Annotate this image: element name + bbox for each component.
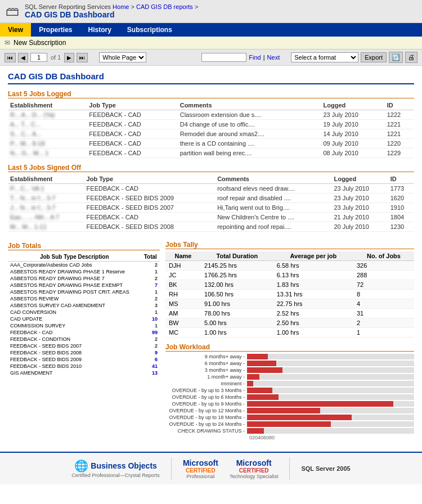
jobs-logged-table: Establishment Job Type Comments Logged I…: [8, 101, 414, 158]
cell-id-s: 1620: [388, 194, 414, 203]
table-row: ASBESTOS READY DRAWING PHASE 1 Reserve 1: [8, 268, 160, 275]
cell-establishment: P... M... 8-18: [8, 139, 87, 148]
cell-total: 2: [141, 336, 160, 343]
cell-avg: 2.50 hrs: [273, 318, 353, 328]
workload-bar: [247, 388, 272, 393]
cell-name: MC: [165, 328, 201, 338]
next-find-button[interactable]: Next: [267, 54, 280, 61]
workload-bar-container: [247, 381, 414, 386]
workload-bar: [247, 374, 259, 380]
col-comments-s: Comments: [215, 174, 331, 184]
table-row: J... N... in f... 3-7 FEEDBACK - SEED BI…: [8, 203, 414, 213]
tab-bar: View Properties History Subscriptions: [0, 23, 422, 37]
table-row: FEEDBACK - CAD 99: [8, 329, 160, 336]
workload-row-label: OVERDUE - by up to 6 Months -: [165, 394, 247, 400]
first-page-button[interactable]: ⏮: [5, 53, 16, 62]
breadcrumb: SQL Server Reporting Services Home > CAD…: [25, 3, 198, 10]
table-row: ASBESTOS READY DRAWING POST CRIT. AREAS …: [8, 289, 160, 295]
footer-ms-cert2: Microsoft CERTIFIED Technology Specialis…: [230, 458, 279, 479]
of-label: of 1: [51, 54, 61, 61]
cell-desc: FEEDBACK - CAD: [8, 329, 141, 336]
find-button[interactable]: Find: [249, 54, 261, 61]
ms-name-1: Microsoft: [183, 458, 218, 467]
page-size-select[interactable]: Whole Page Page Width 75% 50% 25% 10%: [99, 52, 146, 62]
header-text: SQL Server Reporting Services Home > CAD…: [25, 3, 198, 19]
cell-job-type: FEEDBACK - CAD: [87, 148, 177, 158]
workload-bar: [247, 367, 282, 373]
cell-total: 99: [141, 329, 160, 336]
cell-desc: ASBESTOS SURVEY CAD AMENDMENT: [8, 302, 141, 309]
cell-establishment-s: Eas... ... /Wr... A 7: [8, 213, 84, 222]
workload-title: Job Workload: [165, 343, 414, 352]
cell-establishment: S... C... A...: [8, 129, 87, 139]
table-row: ASBESTOS SURVEY CAD AMENDMENT 3: [8, 302, 160, 309]
cell-avg: 2.52 hrs: [273, 309, 353, 318]
cell-total: 13: [141, 370, 160, 376]
cell-logged: 09 July 2010: [321, 139, 385, 148]
cell-avg: 13.31 hrs: [273, 290, 353, 299]
workload-row: 9 months+ away -: [165, 354, 414, 359]
workload-bar: [247, 421, 331, 427]
cell-count: 2: [353, 318, 414, 328]
col-id-s: ID: [388, 174, 414, 184]
col-job-type: Job Type: [87, 101, 177, 110]
tab-view[interactable]: View: [0, 23, 31, 37]
workload-axis: 0 20 40 60 80: [249, 435, 414, 440]
cell-desc: GIS AMENDMENT: [8, 370, 141, 376]
tally-col-duration: Total Duration: [201, 251, 273, 261]
workload-row: 3 months+ away -: [165, 367, 414, 373]
workload-bar-container: [247, 374, 414, 380]
cell-job-type: FEEDBACK - CAD: [87, 120, 177, 129]
cell-name: BK: [165, 280, 201, 290]
cell-id: 1220: [385, 139, 414, 148]
workload-row-label: OVERDUE - by up to 18 Months -: [165, 415, 247, 420]
workload-row-label: 1 month+ away -: [165, 374, 247, 380]
export-button[interactable]: Export: [361, 52, 387, 62]
table-row: RH 106.50 hrs 13.31 hrs 8: [165, 290, 414, 299]
cell-avg: 1.00 hrs: [273, 328, 353, 338]
table-row: COMMISSION SURVEY 1: [8, 322, 160, 329]
tab-properties[interactable]: Properties: [31, 23, 80, 37]
refresh-button[interactable]: 🔃: [389, 52, 403, 63]
table-row: R... A... D... (Ya) FEEDBACK - CAD Class…: [8, 110, 414, 120]
breadcrumb-reports[interactable]: CAD GIS DB reports: [136, 3, 193, 10]
cell-desc: FEEDBACK - SEED BIDS 2009: [8, 356, 141, 363]
cell-desc: AAA_Corporate/Asbestos CAD Jobs: [8, 262, 141, 269]
cell-duration: 132.00 hrs: [201, 280, 273, 290]
cell-desc: ASBESTOS READY DRAWING PHASE EXEMPT: [8, 282, 141, 289]
format-select[interactable]: Select a format Excel PDF Word CSV: [291, 52, 358, 62]
cell-total: 41: [141, 363, 160, 370]
page-number-input[interactable]: [30, 53, 47, 62]
last-page-button[interactable]: ⏭: [77, 53, 88, 62]
workload-bar-container: [247, 388, 414, 393]
breadcrumb-home[interactable]: Home: [113, 3, 129, 10]
col-job-type-s: Job Type: [84, 174, 216, 184]
subscription-icon: ✉: [5, 39, 10, 47]
cell-duration: 91.00 hrs: [201, 299, 273, 309]
workload-bar-container: [247, 367, 414, 373]
cell-logged: 19 July 2010: [321, 120, 385, 129]
tab-history[interactable]: History: [80, 23, 119, 37]
cell-count: 326: [353, 261, 414, 271]
table-row: BW 5.00 hrs 2.50 hrs 2: [165, 318, 414, 328]
tab-subscriptions[interactable]: Subscriptions: [119, 23, 180, 37]
find-input[interactable]: [201, 53, 246, 62]
next-page-button[interactable]: ▶: [64, 53, 74, 62]
cell-logged-s: 23 July 2010: [331, 203, 388, 213]
table-row: FEEDBACK - CONDITION 2: [8, 336, 160, 343]
cell-total: 1: [141, 322, 160, 329]
cell-logged-s: 20 July 2010: [331, 222, 388, 232]
toolbar: ⏮ ◀ of 1 ▶ ⏭ Whole Page Page Width 75% 5…: [0, 50, 422, 66]
table-row: CAD UPDATE 10: [8, 316, 160, 322]
ms-certified-1: CERTIFIED: [186, 467, 216, 474]
cell-id: 1222: [385, 110, 414, 120]
header-title: CAD GIS DB Dashboard: [25, 10, 198, 19]
cell-total: 3: [141, 302, 160, 309]
footer-ms-cert1: Microsoft CERTIFIED Professional: [183, 458, 218, 479]
prev-page-button[interactable]: ◀: [18, 53, 28, 62]
bottom-section: Job Totals Job Sub Type Description Tota…: [8, 237, 414, 440]
print-button[interactable]: 🖨: [405, 52, 417, 63]
workload-bar-container: [247, 354, 414, 359]
section-jobs-logged-title: Last 5 Jobs Logged: [8, 90, 414, 98]
cell-total: 2: [141, 343, 160, 349]
